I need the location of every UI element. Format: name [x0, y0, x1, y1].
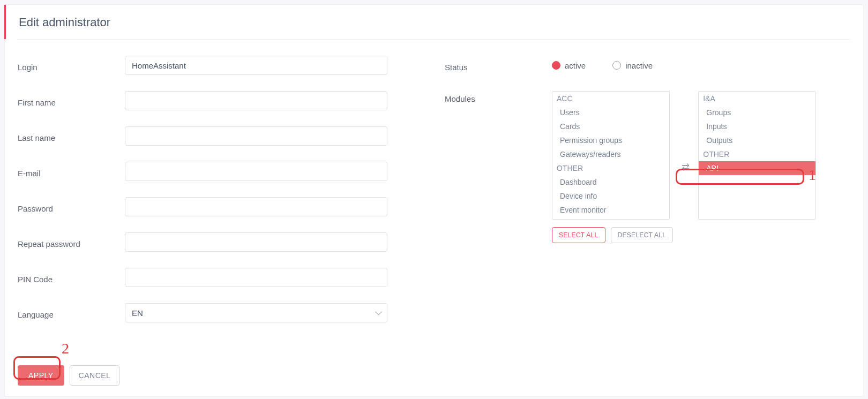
modules-available-list[interactable]: ACCUsersCardsPermission groupsGateways/r…	[552, 91, 670, 220]
deselect-all-button[interactable]: DESELECT ALL	[611, 227, 674, 243]
module-item[interactable]: Device info	[552, 189, 669, 203]
module-item[interactable]: Dashboard	[552, 175, 669, 189]
status-inactive-radio[interactable]: inactive	[612, 61, 653, 70]
pincode-label: PIN Code	[18, 272, 125, 284]
modules-selected-list[interactable]: I&AGroupsInputsOutputsOTHERAPI	[698, 91, 816, 220]
module-item[interactable]: Inputs	[699, 119, 815, 133]
repeat-password-input[interactable]	[125, 232, 387, 252]
module-item[interactable]: Permission groups	[552, 133, 669, 147]
modules-label: Modules	[445, 91, 552, 103]
repeat-password-label: Repeat password	[18, 236, 125, 249]
module-item[interactable]: Outputs	[699, 133, 815, 147]
status-active-label: active	[565, 61, 586, 70]
module-group-header: ACC	[552, 92, 669, 106]
status-inactive-label: inactive	[625, 61, 653, 70]
pincode-input[interactable]	[125, 268, 387, 287]
module-item[interactable]: Gateways/readers	[552, 147, 669, 161]
apply-button[interactable]: APPLY	[18, 365, 64, 386]
firstname-input[interactable]	[125, 91, 387, 110]
module-item[interactable]: Users	[552, 106, 669, 119]
select-all-button[interactable]: SELECT ALL	[552, 227, 605, 243]
password-label: Password	[18, 201, 125, 213]
radio-checked-icon	[552, 61, 560, 70]
cancel-button[interactable]: CANCEL	[70, 365, 120, 386]
status-label: Status	[445, 59, 552, 72]
module-item[interactable]: API	[699, 161, 815, 175]
lastname-input[interactable]	[125, 126, 387, 146]
module-item[interactable]: Event monitor	[552, 203, 669, 217]
firstname-label: First name	[18, 95, 125, 107]
password-input[interactable]	[125, 197, 387, 216]
module-group-header: I&A	[699, 92, 815, 106]
email-input[interactable]	[125, 162, 387, 181]
swap-horizontal-icon: ⇄	[679, 161, 692, 173]
module-group-header: OTHER	[552, 161, 669, 175]
module-group-header: OTHER	[699, 147, 815, 161]
login-input[interactable]	[125, 56, 387, 75]
module-item[interactable]: Cards	[552, 119, 669, 133]
module-item[interactable]: Groups	[699, 106, 815, 119]
login-label: Login	[18, 59, 125, 72]
lastname-label: Last name	[18, 130, 125, 142]
page-title: Edit administrator	[4, 5, 863, 39]
radio-unchecked-icon	[612, 61, 621, 70]
email-label: E-mail	[18, 165, 125, 178]
language-select[interactable]: EN	[125, 303, 387, 322]
status-active-radio[interactable]: active	[552, 61, 586, 70]
language-label: Language	[18, 307, 125, 319]
